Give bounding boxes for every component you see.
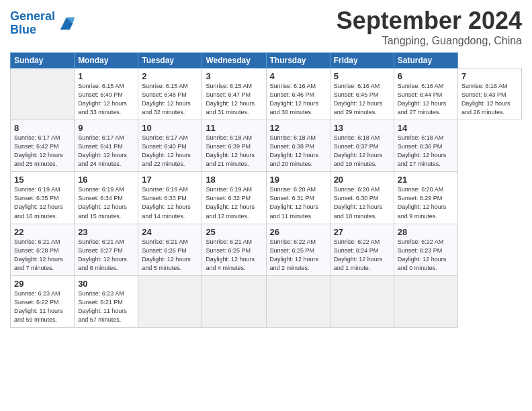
day-number: 27 (334, 227, 390, 237)
calendar-cell: 21 Sunrise: 6:20 AM Sunset: 6:29 PM Dayl… (394, 172, 457, 224)
day-detail: Sunrise: 6:17 AM Sunset: 6:41 PM Dayligh… (78, 134, 134, 169)
day-detail: Sunrise: 6:21 AM Sunset: 6:25 PM Dayligh… (206, 238, 262, 273)
title-block: September 2024 Tangping, Guangdong, Chin… (337, 7, 522, 47)
calendar-cell (266, 275, 330, 327)
calendar-cell: 4 Sunrise: 6:16 AM Sunset: 6:46 PM Dayli… (266, 68, 330, 120)
calendar-cell (138, 275, 202, 327)
day-number: 16 (78, 175, 134, 185)
calendar-cell: 11 Sunrise: 6:18 AM Sunset: 6:39 PM Dayl… (202, 120, 266, 172)
calendar-header: SundayMondayTuesdayWednesdayThursdayFrid… (11, 53, 522, 68)
day-number: 21 (398, 175, 454, 185)
calendar-cell: 1 Sunrise: 6:15 AM Sunset: 6:49 PM Dayli… (75, 68, 138, 120)
calendar-week-5: 29 Sunrise: 6:23 AM Sunset: 6:22 PM Dayl… (11, 275, 522, 327)
calendar-cell: 9 Sunrise: 6:17 AM Sunset: 6:41 PM Dayli… (75, 120, 138, 172)
day-detail: Sunrise: 6:18 AM Sunset: 6:38 PM Dayligh… (270, 134, 326, 169)
day-number: 20 (334, 175, 390, 185)
calendar-cell: 14 Sunrise: 6:18 AM Sunset: 6:36 PM Dayl… (394, 120, 457, 172)
calendar-cell: 15 Sunrise: 6:19 AM Sunset: 6:35 PM Dayl… (11, 172, 75, 224)
calendar-cell: 18 Sunrise: 6:19 AM Sunset: 6:32 PM Dayl… (202, 172, 266, 224)
calendar-cell: 30 Sunrise: 6:23 AM Sunset: 6:21 PM Dayl… (75, 275, 138, 327)
day-number: 24 (142, 227, 198, 237)
day-number: 25 (206, 227, 262, 237)
logo: General Blue (10, 10, 76, 37)
day-number: 2 (142, 71, 198, 81)
calendar-cell: 28 Sunrise: 6:22 AM Sunset: 6:23 PM Dayl… (394, 224, 457, 275)
day-number: 30 (78, 279, 134, 289)
day-detail: Sunrise: 6:21 AM Sunset: 6:28 PM Dayligh… (14, 238, 71, 273)
day-detail: Sunrise: 6:20 AM Sunset: 6:30 PM Dayligh… (334, 185, 390, 220)
day-detail: Sunrise: 6:15 AM Sunset: 6:48 PM Dayligh… (142, 82, 198, 117)
day-detail: Sunrise: 6:19 AM Sunset: 6:33 PM Dayligh… (142, 185, 198, 220)
day-number: 15 (14, 175, 71, 185)
day-detail: Sunrise: 6:19 AM Sunset: 6:34 PM Dayligh… (78, 185, 134, 220)
day-number: 10 (142, 123, 198, 133)
day-detail: Sunrise: 6:15 AM Sunset: 6:49 PM Dayligh… (78, 82, 134, 117)
calendar-week-2: 8 Sunrise: 6:17 AM Sunset: 6:42 PM Dayli… (11, 120, 522, 172)
day-number: 1 (78, 71, 134, 81)
day-detail: Sunrise: 6:22 AM Sunset: 6:25 PM Dayligh… (270, 238, 326, 273)
calendar-cell: 3 Sunrise: 6:15 AM Sunset: 6:47 PM Dayli… (202, 68, 266, 120)
calendar-cell: 16 Sunrise: 6:19 AM Sunset: 6:34 PM Dayl… (75, 172, 138, 224)
calendar-week-1: 1 Sunrise: 6:15 AM Sunset: 6:49 PM Dayli… (11, 68, 522, 120)
page: General Blue September 2024 Tangping, Gu… (0, 0, 532, 411)
day-detail: Sunrise: 6:16 AM Sunset: 6:45 PM Dayligh… (334, 82, 390, 117)
day-detail: Sunrise: 6:16 AM Sunset: 6:43 PM Dayligh… (461, 82, 518, 117)
header: General Blue September 2024 Tangping, Gu… (10, 7, 522, 47)
day-detail: Sunrise: 6:18 AM Sunset: 6:39 PM Dayligh… (206, 134, 262, 169)
day-number: 13 (334, 123, 390, 133)
calendar-cell: 2 Sunrise: 6:15 AM Sunset: 6:48 PM Dayli… (138, 68, 202, 120)
calendar-cell: 10 Sunrise: 6:17 AM Sunset: 6:40 PM Dayl… (138, 120, 202, 172)
day-detail: Sunrise: 6:19 AM Sunset: 6:32 PM Dayligh… (206, 185, 262, 220)
calendar-cell (330, 275, 394, 327)
day-number: 9 (78, 123, 134, 133)
weekday-header-saturday: Saturday (394, 53, 457, 68)
day-number: 11 (206, 123, 262, 133)
calendar-cell: 8 Sunrise: 6:17 AM Sunset: 6:42 PM Dayli… (11, 120, 75, 172)
weekday-header-row: SundayMondayTuesdayWednesdayThursdayFrid… (11, 53, 522, 68)
weekday-header-monday: Monday (75, 53, 138, 68)
calendar-body: 1 Sunrise: 6:15 AM Sunset: 6:49 PM Dayli… (11, 68, 522, 328)
calendar-cell: 26 Sunrise: 6:22 AM Sunset: 6:25 PM Dayl… (266, 224, 330, 275)
day-detail: Sunrise: 6:22 AM Sunset: 6:23 PM Dayligh… (398, 238, 454, 273)
day-detail: Sunrise: 6:23 AM Sunset: 6:22 PM Dayligh… (14, 289, 71, 324)
location: Tangping, Guangdong, China (337, 35, 522, 47)
logo-icon (57, 14, 76, 33)
day-number: 8 (14, 123, 71, 133)
weekday-header-wednesday: Wednesday (202, 53, 266, 68)
calendar-cell: 7 Sunrise: 6:16 AM Sunset: 6:43 PM Dayli… (457, 68, 521, 120)
calendar-cell: 24 Sunrise: 6:21 AM Sunset: 6:26 PM Dayl… (138, 224, 202, 275)
day-detail: Sunrise: 6:19 AM Sunset: 6:35 PM Dayligh… (14, 185, 71, 220)
day-number: 7 (461, 71, 518, 81)
day-number: 5 (334, 71, 390, 81)
calendar-cell: 17 Sunrise: 6:19 AM Sunset: 6:33 PM Dayl… (138, 172, 202, 224)
day-number: 29 (14, 279, 71, 289)
calendar-cell: 13 Sunrise: 6:18 AM Sunset: 6:37 PM Dayl… (330, 120, 394, 172)
calendar-cell (202, 275, 266, 327)
day-number: 28 (398, 227, 454, 237)
day-number: 4 (270, 71, 326, 81)
calendar-cell: 23 Sunrise: 6:21 AM Sunset: 6:27 PM Dayl… (75, 224, 138, 275)
day-detail: Sunrise: 6:20 AM Sunset: 6:29 PM Dayligh… (398, 185, 454, 220)
month-title: September 2024 (337, 7, 522, 35)
day-detail: Sunrise: 6:18 AM Sunset: 6:36 PM Dayligh… (398, 134, 454, 169)
logo-subtext: Blue (10, 24, 55, 37)
day-number: 12 (270, 123, 326, 133)
calendar-cell: 20 Sunrise: 6:20 AM Sunset: 6:30 PM Dayl… (330, 172, 394, 224)
day-detail: Sunrise: 6:21 AM Sunset: 6:26 PM Dayligh… (142, 238, 198, 273)
day-number: 6 (398, 71, 454, 81)
day-number: 3 (206, 71, 262, 81)
calendar-cell: 19 Sunrise: 6:20 AM Sunset: 6:31 PM Dayl… (266, 172, 330, 224)
day-number: 17 (142, 175, 198, 185)
day-detail: Sunrise: 6:23 AM Sunset: 6:21 PM Dayligh… (78, 289, 134, 324)
day-detail: Sunrise: 6:16 AM Sunset: 6:44 PM Dayligh… (398, 82, 454, 117)
calendar-cell: 27 Sunrise: 6:22 AM Sunset: 6:24 PM Dayl… (330, 224, 394, 275)
day-number: 22 (14, 227, 71, 237)
day-detail: Sunrise: 6:15 AM Sunset: 6:47 PM Dayligh… (206, 82, 262, 117)
logo-text: General (10, 10, 55, 24)
weekday-header-sunday: Sunday (11, 53, 75, 68)
calendar-cell: 12 Sunrise: 6:18 AM Sunset: 6:38 PM Dayl… (266, 120, 330, 172)
calendar-week-3: 15 Sunrise: 6:19 AM Sunset: 6:35 PM Dayl… (11, 172, 522, 224)
calendar-cell: 5 Sunrise: 6:16 AM Sunset: 6:45 PM Dayli… (330, 68, 394, 120)
day-number: 14 (398, 123, 454, 133)
day-number: 18 (206, 175, 262, 185)
